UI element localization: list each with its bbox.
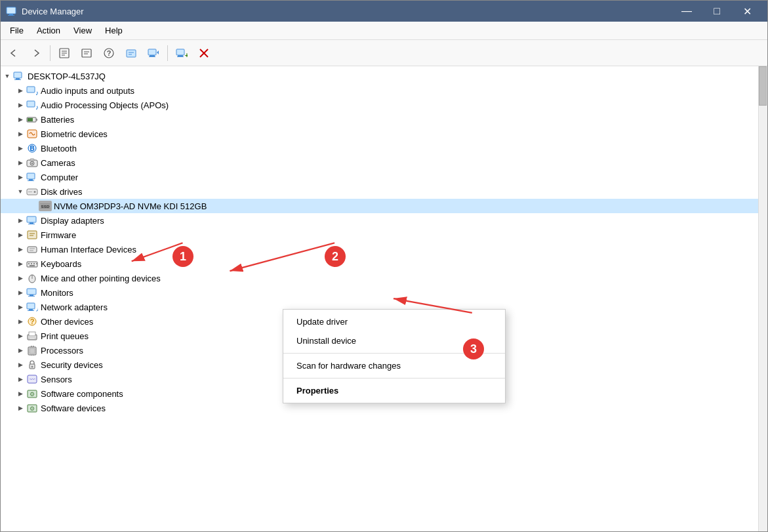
svg-rect-43 — [28, 180, 34, 181]
toolbar: ? + — [1, 40, 767, 66]
svg-text:♪: ♪ — [35, 89, 38, 96]
tree-expand-audio[interactable]: ▶ — [15, 85, 26, 96]
tree-label-root: DESKTOP-4L537JQ — [28, 72, 106, 81]
device-manager-window: Device Manager — □ ✕ File Action View He… — [0, 0, 768, 532]
svg-rect-16 — [150, 55, 155, 56]
svg-point-86 — [31, 366, 33, 368]
menu-help[interactable]: Help — [98, 23, 129, 38]
tree-item-biometric[interactable]: ▶Biometric devices — [1, 127, 758, 141]
tree-label-mice: Mice and other pointing devices — [41, 274, 161, 283]
tree-expand-security[interactable]: ▶ — [15, 359, 26, 370]
tree-expand-root[interactable]: ▼ — [2, 71, 12, 81]
tree-item-display[interactable]: ▶Display adapters — [1, 213, 758, 228]
svg-rect-63 — [36, 263, 37, 264]
scrollbar-thumb[interactable] — [759, 66, 767, 106]
tree-icon-keyboards — [26, 258, 39, 269]
tree-item-audio[interactable]: ▶♪Audio inputs and outputs — [1, 83, 758, 98]
tree-expand-print[interactable]: ▶ — [15, 331, 26, 341]
tree-expand-network[interactable]: ▶ — [15, 302, 26, 312]
tree-label-biometric: Biometric devices — [41, 129, 108, 139]
tree-item-monitors[interactable]: ▶Monitors — [1, 285, 758, 300]
tree-expand-computer[interactable]: ▶ — [15, 172, 26, 182]
menu-file[interactable]: File — [3, 23, 30, 38]
tree-icon-hid — [26, 244, 39, 255]
tree-label-cameras: Cameras — [41, 158, 75, 168]
properties-list-button[interactable] — [54, 43, 75, 63]
tree-expand-other[interactable]: ▶ — [15, 316, 26, 327]
menu-action[interactable]: Action — [30, 23, 67, 38]
tree-label-diskdrives: Disk drives — [41, 187, 83, 197]
tree-label-print: Print queues — [41, 331, 89, 341]
svg-rect-60 — [28, 263, 30, 264]
tree-icon-diskdrives — [26, 186, 39, 197]
tree-item-diskdrives[interactable]: ▼Disk drives — [1, 184, 758, 199]
tree-expand-diskdrives[interactable]: ▼ — [15, 186, 26, 197]
tree-item-hid[interactable]: ▶Human Interface Devices — [1, 242, 758, 256]
forward-button[interactable] — [26, 43, 47, 63]
svg-rect-78 — [29, 338, 35, 339]
tree-expand-softwarecomp[interactable]: ▶ — [15, 388, 26, 399]
ctx-item-update[interactable]: Update driver — [283, 312, 505, 331]
add-device-button[interactable]: + — [171, 43, 192, 63]
tree-item-cameras[interactable]: ▶Cameras — [1, 155, 758, 170]
tree-icon-root — [12, 71, 26, 81]
drivers-list-button[interactable] — [76, 43, 97, 63]
svg-text:?: ? — [107, 49, 111, 57]
tree-icon-display — [26, 215, 39, 226]
tree-icon-computer — [26, 172, 39, 182]
tree-expand-batteries[interactable]: ▶ — [15, 114, 26, 125]
svg-point-45 — [34, 191, 36, 193]
tree-expand-bluetooth[interactable]: ▶ — [15, 143, 26, 153]
tree-item-firmware[interactable]: ▶Firmware — [1, 228, 758, 242]
close-button[interactable]: ✕ — [732, 1, 762, 22]
svg-rect-19 — [178, 55, 183, 56]
ctx-item-properties[interactable]: Properties — [283, 381, 505, 400]
svg-rect-80 — [30, 348, 35, 354]
tree-expand-keyboards[interactable]: ▶ — [15, 258, 26, 269]
tree-expand-monitors[interactable]: ▶ — [15, 287, 26, 298]
help-button[interactable]: ? — [98, 43, 119, 63]
minimize-button[interactable]: — — [672, 1, 702, 22]
svg-rect-20 — [177, 56, 184, 57]
device-tree[interactable]: ▼DESKTOP-4L537JQ▶♪Audio inputs and outpu… — [1, 66, 758, 531]
tree-expand-firmware[interactable]: ▶ — [15, 230, 26, 240]
tree-item-batteries[interactable]: ▶Batteries — [1, 112, 758, 127]
tree-item-mice[interactable]: ▶Mice and other pointing devices — [1, 271, 758, 285]
tree-icon-monitors — [26, 287, 39, 298]
scrollbar-track[interactable] — [758, 66, 767, 531]
svg-rect-72 — [28, 310, 34, 311]
svg-text:♪: ♪ — [35, 104, 38, 110]
tree-expand-display[interactable]: ▶ — [15, 215, 26, 226]
tree-item-computer[interactable]: ▶Computer — [1, 170, 758, 184]
uninstall-button[interactable] — [193, 43, 214, 63]
annotation-1: 1 — [172, 246, 193, 267]
maximize-button[interactable]: □ — [702, 1, 732, 22]
tree-icon-network: ↗ — [26, 302, 39, 312]
svg-rect-71 — [29, 309, 33, 310]
tree-expand-sensors[interactable]: ▶ — [15, 374, 26, 384]
svg-rect-52 — [28, 224, 35, 224]
tree-item-apo[interactable]: ▶♪Audio Processing Objects (APOs) — [1, 98, 758, 112]
tree-item-root[interactable]: ▼DESKTOP-4L537JQ — [1, 69, 758, 83]
tree-expand-softwaredev[interactable]: ▶ — [15, 403, 26, 413]
events-button[interactable] — [121, 43, 142, 63]
tree-label-audio: Audio inputs and outputs — [41, 86, 134, 96]
scan-button[interactable] — [143, 43, 164, 63]
menu-view[interactable]: View — [67, 23, 98, 38]
main-wrapper: ▼DESKTOP-4L537JQ▶♪Audio inputs and outpu… — [1, 66, 767, 531]
tree-expand-biometric[interactable]: ▶ — [15, 129, 26, 139]
tree-expand-mice[interactable]: ▶ — [15, 273, 26, 283]
svg-rect-7 — [82, 49, 91, 57]
tree-expand-apo[interactable]: ▶ — [15, 100, 26, 110]
tree-item-bluetooth[interactable]: ▶BBluetooth — [1, 141, 758, 155]
tree-expand-processors[interactable]: ▶ — [15, 345, 26, 356]
tree-expand-hid[interactable]: ▶ — [15, 244, 26, 255]
tree-expand-nvme[interactable] — [28, 201, 39, 211]
svg-text:SSD: SSD — [41, 204, 50, 209]
back-button[interactable] — [3, 43, 24, 63]
annotation-2: 2 — [325, 246, 346, 267]
svg-rect-26 — [14, 79, 21, 80]
tree-expand-cameras[interactable]: ▶ — [15, 157, 26, 168]
tree-item-nvme[interactable]: SSDNVMe OM3PDP3-AD NVMe KDI 512GB — [1, 199, 758, 213]
tree-item-keyboards[interactable]: ▶Keyboards — [1, 256, 758, 271]
